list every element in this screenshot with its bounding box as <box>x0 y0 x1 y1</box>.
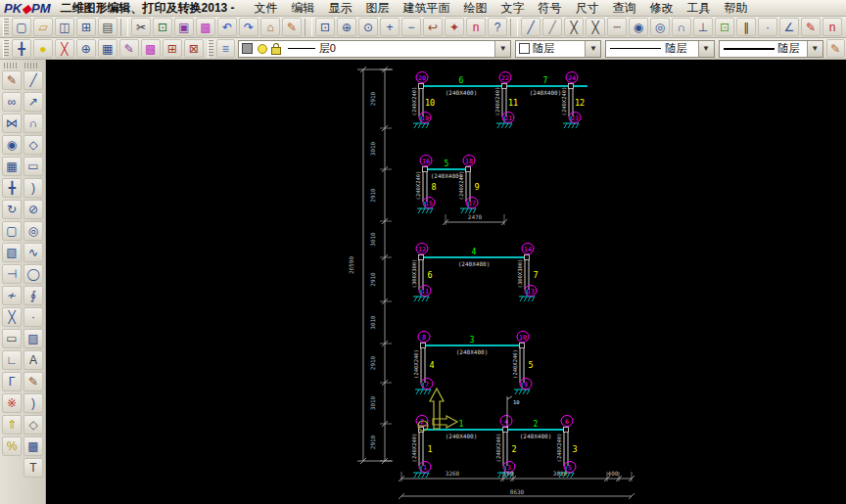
layer-manager-button[interactable]: ≡ <box>216 39 235 58</box>
set-current-layer-button[interactable]: ╋ <box>12 39 31 58</box>
dimension-2470[interactable]: 2470 <box>443 213 507 225</box>
hatch-edit-button[interactable]: ▩ <box>24 436 43 456</box>
chevron-down-icon[interactable]: ▼ <box>585 41 600 57</box>
text-edit-button[interactable]: T <box>24 458 43 478</box>
insert-block-button[interactable]: ⌂ <box>260 18 280 36</box>
frame-3-elev[interactable]: 4(240X400)6(300X300)12117(300X300)1413 <box>411 244 539 302</box>
full-view-button[interactable]: ⊡ <box>315 18 335 36</box>
menu-dimension[interactable]: 尺寸 <box>570 0 605 17</box>
menu-draw[interactable]: 绘图 <box>458 0 494 17</box>
mtext-pencil-button[interactable]: ✎ <box>24 372 43 391</box>
frame-5-elev[interactable]: 6(240X400)7(240X400)10(240X240)201911(24… <box>411 72 588 129</box>
menu-arch-plan[interactable]: 建筑平面 <box>398 0 456 17</box>
intersect-button[interactable]: ╳ <box>564 18 584 36</box>
circle-center-button[interactable]: ◉ <box>629 18 648 36</box>
menu-edit[interactable]: 编辑 <box>286 0 321 17</box>
construction-line-button[interactable]: ╱ <box>542 18 562 36</box>
color-combo[interactable]: 随层 ▼ <box>515 40 601 58</box>
point-button[interactable]: · <box>758 18 777 36</box>
layer-delete-entity-button[interactable]: ╳ <box>55 39 74 58</box>
menu-text[interactable]: 文字 <box>495 0 531 17</box>
angle-measure-button[interactable]: ∠ <box>779 18 799 36</box>
circle-node-button[interactable]: ◎ <box>650 18 670 36</box>
copy-button[interactable]: ⊡ <box>153 18 172 36</box>
cad-drawing[interactable]: 6(240X400)7(240X400)10(240X240)201911(24… <box>46 60 846 504</box>
save-file-button[interactable]: ◫ <box>55 18 74 36</box>
sketch-brush-button[interactable]: ✎ <box>282 18 302 36</box>
text-button[interactable]: A <box>24 350 43 370</box>
chevron-down-icon[interactable]: ▼ <box>494 41 510 57</box>
layer-colors-button[interactable]: ▩ <box>141 39 161 58</box>
frame-2-elev[interactable]: 3(240X400)4(240X240)875(240X240)109 <box>413 332 534 395</box>
menu-help[interactable]: 帮助 <box>719 0 754 17</box>
array-button[interactable]: ▦ <box>2 157 22 176</box>
spline-button[interactable]: ∿ <box>24 243 43 262</box>
rotate-button[interactable]: ↻ <box>2 200 22 219</box>
layer-purge-button[interactable]: ⊠ <box>184 39 204 58</box>
mirror-button[interactable]: ⋈ <box>2 114 22 133</box>
group-button[interactable]: % <box>2 436 22 456</box>
ray-line-button[interactable]: ↗ <box>24 92 43 112</box>
match-properties-button[interactable]: ∞ <box>2 92 22 112</box>
multi-segment-button[interactable]: ┄ <box>607 18 627 36</box>
donut-button[interactable]: ◎ <box>24 221 43 241</box>
layer-settings-button[interactable]: ▦ <box>98 39 118 58</box>
menu-symbol[interactable]: 符号 <box>533 0 568 17</box>
trim-button[interactable]: ╳ <box>2 307 22 327</box>
help-button[interactable]: ? <box>488 18 507 36</box>
color-palette-button[interactable]: ▩ <box>196 18 215 36</box>
draw-line-button[interactable]: ╱ <box>521 18 540 36</box>
linetype-combo[interactable]: 随层 ▼ <box>605 40 714 58</box>
closed-curve-button[interactable]: ∮ <box>24 286 43 305</box>
palette-grips[interactable] <box>0 62 45 70</box>
red-pen-button[interactable]: ✎ <box>801 18 821 36</box>
move-to-layer-button[interactable]: ⊕ <box>76 39 96 58</box>
bottom-dimension-chain[interactable]: 326016030104008630 <box>399 470 634 499</box>
polygon-button[interactable]: ◇ <box>24 135 43 155</box>
toolbar-grip[interactable] <box>3 19 9 36</box>
menu-query[interactable]: 查询 <box>607 0 642 17</box>
zoom-in-button[interactable]: + <box>380 18 400 36</box>
corner-join-button[interactable]: ∟ <box>2 350 22 370</box>
save-all-button[interactable]: ⊞ <box>76 18 96 36</box>
layer-paint-button[interactable]: ✎ <box>119 39 139 58</box>
parallel-lines-button[interactable]: ∥ <box>736 18 756 36</box>
select-window-button[interactable]: ▢ <box>2 221 22 241</box>
arc-button[interactable]: ∩ <box>672 18 691 36</box>
object-snap-2-button[interactable]: n <box>822 18 842 36</box>
menu-layer[interactable]: 图层 <box>360 0 396 17</box>
arc-two-point-button[interactable]: ∩ <box>24 114 43 133</box>
cut-button[interactable]: ✂ <box>131 18 151 36</box>
rect-outline-button[interactable]: ▭ <box>2 329 22 348</box>
section-marker[interactable]: 10 <box>507 396 520 428</box>
fillet-2-button[interactable]: ) <box>24 393 43 413</box>
edit-polyline-button[interactable]: ✎ <box>2 70 22 90</box>
fillet-arc-button[interactable]: ) <box>24 178 43 198</box>
zoom-realtime-button[interactable]: ⊙ <box>358 18 378 36</box>
menu-modify[interactable]: 修改 <box>644 0 680 17</box>
toolbar-grip[interactable] <box>208 40 213 58</box>
chevron-down-icon[interactable]: ▼ <box>807 41 822 57</box>
corner-join-2-button[interactable]: Γ <box>2 372 22 391</box>
left-dimension-chain[interactable]: 2910301029103010291030102910301029102659… <box>348 67 393 464</box>
line-button[interactable]: ╱ <box>24 70 43 90</box>
toolbox-button[interactable]: ✦ <box>445 18 464 36</box>
divide-line-button[interactable]: ⊣ <box>2 264 22 284</box>
frame-4-elev[interactable]: 5(240X400)8(240X240)16159(240X240)1817 <box>415 156 480 214</box>
leader-tag-button[interactable]: ◇ <box>24 415 43 435</box>
menu-file[interactable]: 文件 <box>249 0 284 17</box>
block-up-button[interactable]: ⇑ <box>2 415 22 435</box>
clip-region-button[interactable]: ▧ <box>2 243 22 262</box>
redo-button[interactable]: ↷ <box>239 18 258 36</box>
layer-on-button[interactable]: ● <box>33 39 53 58</box>
new-file-button[interactable]: ▢ <box>12 18 31 36</box>
ellipse-button[interactable]: ◯ <box>24 264 43 284</box>
menu-display[interactable]: 显示 <box>323 0 358 17</box>
layer-combo[interactable]: 层0 ▼ <box>238 40 512 58</box>
menu-tools[interactable]: 工具 <box>682 0 717 17</box>
copy-offset-button[interactable]: ◉ <box>2 135 22 155</box>
previous-view-button[interactable]: ↩ <box>423 18 443 36</box>
point-style-button[interactable]: · <box>24 307 43 327</box>
axis-arrow-symbol[interactable] <box>418 389 457 431</box>
explode-button[interactable]: ※ <box>2 393 22 413</box>
